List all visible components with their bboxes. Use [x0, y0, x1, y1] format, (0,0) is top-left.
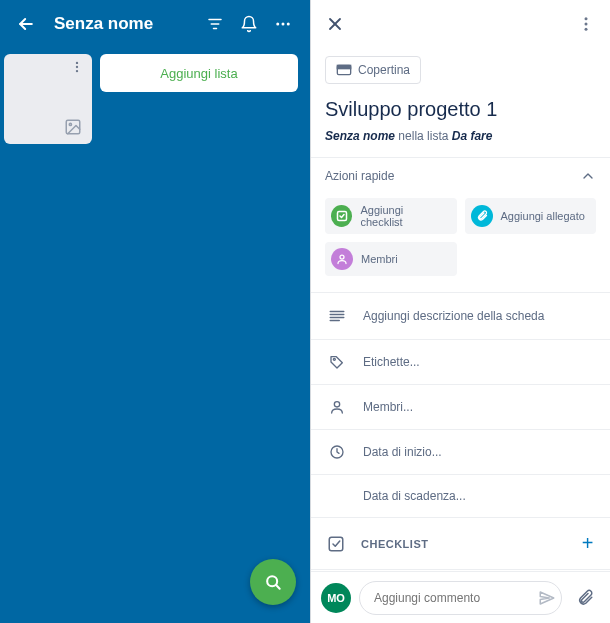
send-button[interactable]	[532, 583, 562, 613]
attachment-icon	[471, 205, 493, 227]
clock-icon	[327, 444, 347, 460]
avatar[interactable]: MO	[321, 583, 351, 613]
list-menu-button[interactable]	[70, 60, 88, 82]
member-icon	[331, 248, 353, 270]
filter-button[interactable]	[198, 7, 232, 41]
board-title[interactable]: Senza nome	[42, 14, 198, 34]
card-subtitle: Senza nome nella lista Da fare	[311, 129, 610, 157]
tag-icon	[327, 354, 347, 370]
add-list-button[interactable]: Aggiungi lista	[100, 54, 298, 92]
svg-point-5	[76, 70, 78, 72]
add-list-label: Aggiungi lista	[160, 66, 237, 81]
card-menu-button[interactable]	[568, 6, 604, 42]
svg-point-0	[276, 23, 279, 26]
board-panel: Senza nome Aggiungi lista	[0, 0, 310, 623]
cover-label: Copertina	[358, 63, 410, 77]
add-checklist-button[interactable]: +	[582, 532, 594, 555]
quick-actions-grid: Aggiungi checklist Aggiungi allegato Mem…	[311, 194, 610, 292]
description-icon	[327, 307, 347, 325]
members-row[interactable]: Membri...	[311, 384, 610, 429]
arrow-left-icon	[16, 14, 36, 34]
person-icon	[327, 399, 347, 415]
dots-horizontal-icon	[274, 15, 292, 33]
labels-row[interactable]: Etichette...	[311, 339, 610, 384]
checkbox-icon	[327, 535, 345, 553]
svg-point-4	[76, 66, 78, 68]
svg-point-11	[585, 28, 588, 31]
chevron-up-icon	[580, 168, 596, 184]
svg-point-7	[69, 123, 71, 125]
board-header: Senza nome	[0, 0, 310, 48]
card-detail-panel: Copertina Sviluppo progetto 1 Senza nome…	[310, 0, 610, 623]
paperclip-icon	[576, 589, 594, 607]
description-row[interactable]: Aggiungi descrizione della scheda	[311, 292, 610, 339]
cover-button[interactable]: Copertina	[325, 56, 421, 84]
quick-members[interactable]: Membri	[325, 242, 457, 276]
magnify-icon	[263, 572, 283, 592]
svg-rect-13	[337, 65, 350, 68]
quick-add-checklist[interactable]: Aggiungi checklist	[325, 198, 457, 234]
quick-actions-header[interactable]: Azioni rapide	[311, 157, 610, 194]
svg-point-9	[585, 17, 588, 20]
close-icon	[325, 14, 345, 34]
board-menu-button[interactable]	[266, 7, 300, 41]
svg-point-10	[585, 23, 588, 26]
close-button[interactable]	[317, 6, 353, 42]
board-body: Aggiungi lista	[0, 48, 310, 144]
svg-point-2	[287, 23, 290, 26]
checklist-icon	[331, 205, 352, 227]
zoom-fab[interactable]	[250, 559, 296, 605]
back-button[interactable]	[10, 8, 42, 40]
card-image-placeholder	[8, 114, 88, 136]
list-card[interactable]	[4, 54, 92, 144]
dots-vertical-icon	[577, 15, 595, 33]
start-date-row[interactable]: Data di inizio...	[311, 429, 610, 474]
dots-vertical-icon	[70, 60, 84, 74]
card-title[interactable]: Sviluppo progetto 1	[311, 98, 610, 129]
svg-point-3	[76, 62, 78, 64]
filter-icon	[206, 15, 224, 33]
quick-add-attachment[interactable]: Aggiungi allegato	[465, 198, 597, 234]
cover-section: Copertina	[311, 48, 610, 98]
image-icon	[64, 118, 82, 136]
svg-point-17	[334, 402, 339, 407]
svg-point-15	[340, 255, 344, 259]
comment-bar: MO	[311, 571, 610, 623]
svg-rect-19	[329, 537, 343, 551]
svg-point-1	[282, 23, 285, 26]
card-header	[311, 0, 610, 48]
cover-icon	[336, 64, 352, 76]
send-icon	[538, 589, 556, 607]
checklist-section-header: CHECKLIST +	[311, 517, 610, 569]
attach-button[interactable]	[570, 583, 600, 613]
svg-point-16	[333, 358, 335, 360]
notifications-button[interactable]	[232, 7, 266, 41]
bell-icon	[240, 15, 258, 33]
due-date-row[interactable]: Data di scadenza...	[311, 474, 610, 517]
